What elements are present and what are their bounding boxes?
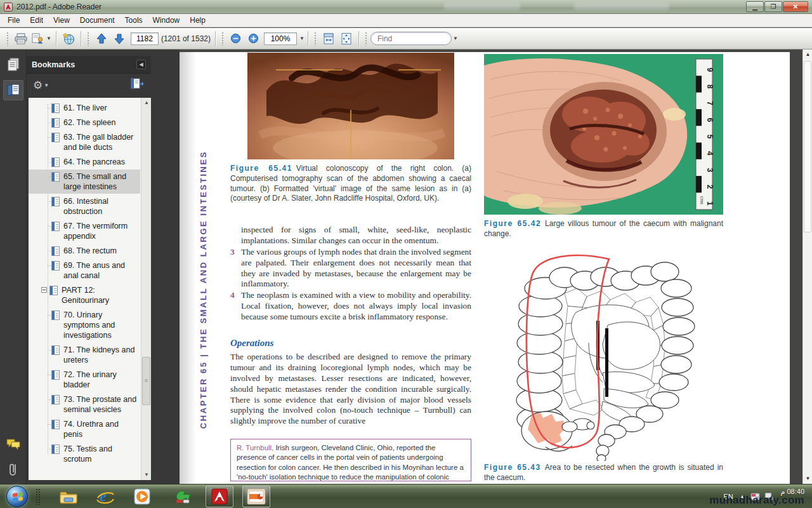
svg-text:e: e xyxy=(100,488,107,504)
bookmark-item[interactable]: 67. The vermiform appendix xyxy=(29,219,140,243)
bookmark-item[interactable]: 74. Urethra and penis xyxy=(29,417,140,441)
bookmark-item[interactable]: 66. Intestinal obstruction xyxy=(29,194,140,218)
figure-65-41-image xyxy=(247,53,454,159)
page-number-input[interactable] xyxy=(131,32,159,45)
next-page-button[interactable] xyxy=(110,30,128,47)
bookmark-item[interactable]: 63. The gall bladder and bile ducts xyxy=(29,130,140,154)
menu-view[interactable]: View xyxy=(48,15,75,26)
idm-icon xyxy=(174,488,192,505)
list-number: 3 xyxy=(230,247,241,290)
list-item-4: 4 The neoplasm is examined with a view t… xyxy=(230,290,471,323)
taskbar-download-manager[interactable] xyxy=(169,486,197,507)
bookmark-item[interactable]: 62. The spleen xyxy=(29,116,140,130)
chapter-sidebar-text: CHAPTER 65 | THE SMALL AND LARGE INTESTI… xyxy=(199,150,208,429)
find-input[interactable] xyxy=(370,32,452,45)
menu-edit[interactable]: Edit xyxy=(25,15,48,26)
svg-text:5: 5 xyxy=(705,135,714,139)
bookmark-item[interactable]: 71. The kidneys and ureters xyxy=(29,343,140,367)
globe-star-icon xyxy=(62,32,75,45)
bookmark-item-selected[interactable]: 65. The small and large intestines xyxy=(29,170,140,194)
collapse-panel-button[interactable]: ◀ xyxy=(136,60,146,69)
fit-page-icon xyxy=(340,32,353,45)
zoom-out-button[interactable] xyxy=(227,30,245,47)
start-button[interactable] xyxy=(6,486,28,507)
bookmark-item[interactable]: 64. The pancreas xyxy=(29,155,140,169)
bookmark-item[interactable]: 61. The liver xyxy=(29,101,140,115)
menu-file[interactable]: File xyxy=(3,15,25,26)
toolbar: ▼ (1201 of 1532) 100% ▼ xyxy=(0,28,812,50)
bookmarks-options-bar: ⚙ ▼ xyxy=(27,74,151,97)
options-gear-icon[interactable]: ⚙ xyxy=(33,79,43,92)
fit-width-button[interactable] xyxy=(320,30,337,47)
bookmark-item[interactable]: 75. Testis and scrotum xyxy=(29,442,140,466)
taskbar-windows-explorer[interactable] xyxy=(55,486,82,507)
options-caret[interactable]: ▼ xyxy=(44,83,49,88)
close-button[interactable]: ✕ xyxy=(783,1,808,12)
bookmarks-scrollbar-thumb[interactable] xyxy=(142,357,150,405)
menu-window[interactable]: Window xyxy=(148,15,185,26)
previous-page-button[interactable] xyxy=(93,30,110,47)
bookmarks-panel-button[interactable] xyxy=(3,80,23,100)
find-dropdown-caret[interactable]: ▼ xyxy=(453,36,458,41)
bookmark-item[interactable]: 68. The rectum xyxy=(29,244,140,258)
scroll-up-arrow[interactable]: ▲ xyxy=(803,50,812,59)
taskbar-media-player[interactable] xyxy=(128,486,156,507)
figure-65-41-label: Figure 65.41 xyxy=(230,164,292,173)
menu-tools[interactable]: Tools xyxy=(120,15,148,26)
figure-65-42-caption: Figure 65.42Large villous tumour of the … xyxy=(484,219,723,239)
attachments-panel-button[interactable] xyxy=(3,460,23,480)
svg-text:2: 2 xyxy=(705,185,714,189)
bookmark-item-part[interactable]: PART 12: Genitourinary xyxy=(29,283,140,307)
document-scrollbar[interactable]: ▲ ▼ xyxy=(802,50,812,484)
locate-bookmark-button[interactable] xyxy=(131,78,145,92)
svg-text:3: 3 xyxy=(705,168,714,172)
collapse-minus-icon[interactable] xyxy=(41,287,47,293)
bookmark-page-icon xyxy=(51,370,60,380)
print-button[interactable] xyxy=(12,30,30,47)
figure-65-43-image xyxy=(501,249,701,461)
figure-65-42-label: Figure 65.42 xyxy=(484,219,541,228)
bookmark-page-icon xyxy=(51,345,60,355)
zoom-in-button[interactable] xyxy=(245,30,263,47)
menu-document[interactable]: Document xyxy=(75,15,120,26)
adobe-reader-icon xyxy=(211,488,228,505)
comments-panel-button[interactable] xyxy=(3,434,23,455)
body-text: inspected for signs of small, white, see… xyxy=(230,224,471,323)
bookmark-page-icon xyxy=(51,118,60,128)
pages-panel-button[interactable] xyxy=(3,55,23,75)
taskbar-powerpoint-active[interactable] xyxy=(242,486,270,507)
bookmark-item[interactable]: 73. The prostate and seminal vesicles xyxy=(29,392,140,417)
taskbar-internet-explorer[interactable]: e xyxy=(91,486,119,507)
document-scrollbar-thumb[interactable] xyxy=(804,61,811,232)
bookmarks-scrollbar[interactable]: ▲ ▼ xyxy=(141,98,151,480)
windows-flag-icon xyxy=(13,492,23,502)
collaboration-button[interactable] xyxy=(60,30,77,47)
restore-button[interactable]: ❐ xyxy=(764,1,782,12)
bookmark-item[interactable]: 70. Urinary symptoms and investigations xyxy=(29,308,140,342)
scroll-down-arrow[interactable]: ▼ xyxy=(141,471,151,479)
background-window-ghost xyxy=(444,3,520,10)
taskbar-adobe-reader-active[interactable] xyxy=(206,486,233,507)
minimize-button[interactable]: ▁ xyxy=(746,1,764,12)
share-button[interactable]: ▼ xyxy=(30,30,53,47)
scroll-up-arrow[interactable]: ▲ xyxy=(141,98,151,107)
toolbar-grip xyxy=(221,32,225,46)
bookmark-item[interactable]: 69. The anus and anal canal xyxy=(29,258,140,283)
arrow-up-icon xyxy=(96,33,107,44)
zoom-dropdown-caret[interactable]: ▼ xyxy=(299,36,304,41)
bookmark-page-icon xyxy=(51,420,60,429)
taskbar-separator xyxy=(36,488,41,505)
title-bar: 2012.pdf - Adobe Reader ▁ ❐ ✕ xyxy=(0,0,812,14)
bookmark-page-icon xyxy=(51,172,60,182)
bookmark-item[interactable]: 72. The urinary bladder xyxy=(29,368,140,392)
explorer-folder-icon xyxy=(59,489,78,504)
operations-paragraph: The operations to be described are desig… xyxy=(230,352,471,427)
scroll-down-arrow[interactable]: ▼ xyxy=(803,474,812,483)
share-dropdown-caret[interactable]: ▼ xyxy=(46,36,51,41)
figure-65-42-image: 1 2 3 4 5 6 7 8 9 cms xyxy=(484,54,723,215)
zoom-level-select[interactable]: 100% xyxy=(264,32,297,45)
fit-page-button[interactable] xyxy=(337,30,355,47)
navigation-pane-strip xyxy=(0,50,27,484)
page-count-label: (1201 of 1532) xyxy=(161,34,211,43)
menu-help[interactable]: Help xyxy=(185,15,211,26)
